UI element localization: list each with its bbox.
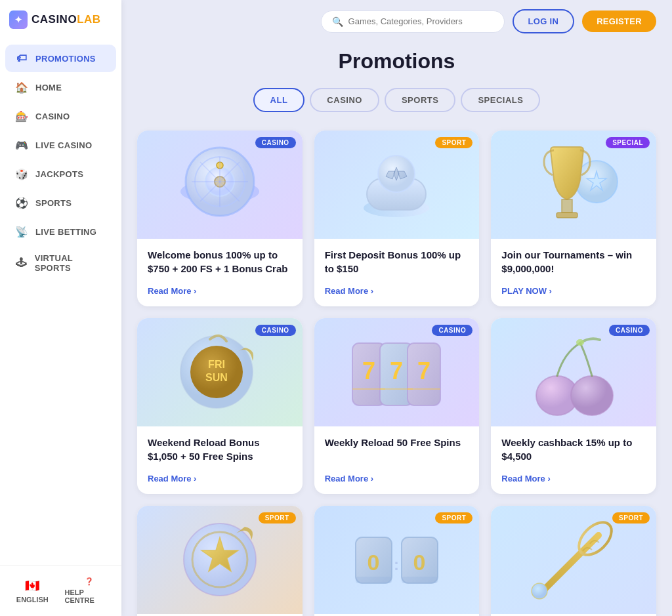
promo-badge-weekly-freespins: CASINO	[432, 325, 472, 336]
promo-title-cashback: Weekly cashback 15% up to $4,500	[501, 436, 646, 463]
promo-cta-weekly-freespins[interactable]: Read More ›	[325, 470, 373, 487]
svg-text:0: 0	[413, 550, 426, 575]
promo-cta-weekend-reload[interactable]: Read More ›	[148, 470, 196, 487]
promo-image-bore-draw: SPORT 0 0 :	[314, 506, 480, 614]
sidebar-bottom: 🇨🇦 ENGLISH ❓ HELP CENTRE	[0, 565, 121, 616]
promo-image-tournaments: SPECIAL	[491, 131, 656, 239]
promo-card-bore-draw: SPORT 0 0 : Bore Draw 100% Refund Read M…	[314, 506, 480, 616]
page-title: Promotions	[137, 49, 656, 73]
filter-tab-specials[interactable]: SPECIALS	[461, 88, 540, 112]
casino-icon: 🎰	[14, 109, 29, 123]
sidebar-item-promotions[interactable]: 🏷 PROMOTIONS	[5, 45, 116, 72]
sidebar-item-home[interactable]: 🏠 HOME	[5, 73, 116, 101]
promo-grid: CASINO Welcome bonus 100% up to $750 + 2…	[137, 131, 656, 616]
promo-title-weekend-reload: Weekend Reload Bonus $1,050 + 50 Free Sp…	[148, 436, 292, 463]
promo-cta-first-deposit[interactable]: Read More ›	[325, 282, 373, 300]
promo-body-weekend-reload: Weekend Reload Bonus $1,050 + 50 Free Sp…	[137, 426, 303, 494]
promo-badge-weekly-reload-sport: SPORT	[259, 512, 296, 524]
virtual-sports-icon: 🕹	[14, 256, 28, 270]
language-label: ENGLISH	[16, 596, 49, 604]
promo-body-weekly-freespins: Weekly Reload 50 Free Spins Read More ›	[314, 426, 480, 494]
filter-tab-all[interactable]: ALL	[253, 88, 305, 112]
promo-cta-welcome[interactable]: Read More ›	[148, 282, 196, 300]
promo-card-weekly-reload-sport: SPORT Weekly Reload Bonus 50% up to $750…	[137, 506, 303, 616]
svg-point-48	[532, 583, 547, 599]
promo-card-cashback-sport: SPORT Cashback Bonus 10% up to $750 Read…	[491, 506, 656, 616]
search-input[interactable]	[348, 16, 494, 26]
svg-line-46	[539, 535, 598, 594]
flag-icon: 🇨🇦	[25, 579, 39, 593]
promo-card-weekly-freespins: CASINO 7 7 7 Weekly Reload 50 Free Spins…	[314, 318, 480, 494]
sidebar-item-live-casino[interactable]: 🎮 LIVE CASINO	[5, 131, 116, 159]
sidebar-item-label: CASINO	[35, 112, 70, 121]
svg-rect-19	[556, 213, 578, 218]
svg-point-34	[571, 376, 613, 415]
sidebar-item-label: HOME	[35, 83, 62, 92]
sidebar-item-casino[interactable]: 🎰 CASINO	[5, 102, 116, 130]
sidebar-item-jackpots[interactable]: 🎲 JACKPOTS	[5, 160, 116, 188]
sidebar-item-virtual-sports[interactable]: 🕹 VIRTUAL SPORTS	[5, 247, 116, 279]
promo-image-weekly-freespins: CASINO 7 7 7	[314, 318, 480, 426]
promo-badge-cashback-sport: SPORT	[612, 512, 650, 524]
sidebar-item-label: SPORTS	[35, 198, 72, 208]
promo-body-welcome: Welcome bonus 100% up to $750 + 200 FS +…	[137, 239, 303, 306]
search-bar[interactable]: 🔍	[321, 10, 505, 33]
jackpots-icon: 🎲	[14, 167, 29, 181]
promo-cta-cashback[interactable]: Read More ›	[501, 470, 550, 487]
filter-tab-sports[interactable]: SPORTS	[385, 88, 455, 112]
sidebar: ✦ CASINOLAB 🏷 PROMOTIONS 🏠 HOME 🎰 CASINO…	[0, 0, 121, 616]
filter-tab-casino[interactable]: CASINO	[310, 88, 379, 112]
svg-text:7: 7	[417, 358, 430, 384]
promo-body-tournaments: Join our Tournaments – win $9,000,000! P…	[491, 239, 656, 306]
main: 🔍 LOG IN REGISTER Promotions ALLCASINOSP…	[121, 0, 672, 616]
svg-point-35	[576, 339, 584, 346]
login-button[interactable]: LOG IN	[513, 9, 575, 33]
sidebar-item-label: LIVE CASINO	[35, 140, 92, 150]
promo-image-welcome: CASINO	[137, 131, 303, 239]
svg-rect-45	[402, 577, 438, 583]
search-icon: 🔍	[332, 16, 343, 27]
filter-tabs: ALLCASINOSPORTSSPECIALS	[137, 88, 656, 112]
svg-rect-18	[562, 199, 572, 213]
promo-title-tournaments: Join our Tournaments – win $9,000,000!	[501, 248, 646, 276]
sports-icon: ⚽	[14, 195, 29, 210]
promo-title-first-deposit: First Deposit Bonus 100% up to $150	[325, 248, 469, 276]
promo-badge-weekend-reload: CASINO	[255, 325, 296, 336]
promo-card-cashback: CASINO Weekly cashback 15% up to $4,500 …	[491, 318, 656, 494]
language-button[interactable]: 🇨🇦 ENGLISH	[5, 572, 60, 609]
promo-body-cashback: Weekly cashback 15% up to $4,500 Read Mo…	[491, 426, 656, 494]
sidebar-item-label: JACKPOTS	[35, 169, 83, 179]
sidebar-item-label: LIVE BETTING	[35, 227, 96, 237]
logo-text: CASINOLAB	[32, 13, 101, 26]
promo-image-weekly-reload-sport: SPORT	[137, 506, 303, 614]
sidebar-item-live-betting[interactable]: 📡 LIVE BETTING	[5, 218, 116, 245]
live-betting-icon: 📡	[14, 224, 29, 239]
promo-card-first-deposit: SPORT First Deposit Bonus 100% up to $15…	[314, 131, 480, 306]
promo-card-weekend-reload: CASINO FRI SUN Weekend Reload Bonus $1,0…	[137, 318, 303, 494]
promo-cta-tournaments[interactable]: PLAY NOW ›	[501, 282, 552, 300]
promo-image-weekend-reload: CASINO FRI SUN	[137, 318, 303, 426]
svg-text:7: 7	[362, 358, 375, 384]
logo-icon: ✦	[9, 10, 28, 29]
logo[interactable]: ✦ CASINOLAB	[0, 0, 121, 39]
svg-rect-44	[356, 577, 392, 583]
promo-badge-tournaments: SPECIAL	[606, 137, 650, 148]
promo-badge-cashback: CASINO	[609, 325, 650, 336]
promo-badge-bore-draw: SPORT	[435, 512, 472, 524]
sidebar-item-sports[interactable]: ⚽ SPORTS	[5, 189, 116, 216]
help-label: HELP CENTRE	[65, 588, 114, 604]
live-casino-icon: 🎮	[14, 138, 29, 152]
promo-image-cashback: CASINO	[491, 318, 656, 426]
promo-body-first-deposit: First Deposit Bonus 100% up to $150 Read…	[314, 239, 480, 306]
promo-card-tournaments: SPECIAL Join our Tournaments – win $9,00…	[491, 131, 656, 306]
svg-text::: :	[394, 556, 399, 573]
promo-image-cashback-sport: SPORT	[491, 506, 656, 614]
promo-badge-first-deposit: SPORT	[435, 137, 472, 148]
header: 🔍 LOG IN REGISTER	[121, 0, 672, 43]
help-button[interactable]: ❓ HELP CENTRE	[62, 572, 117, 609]
sidebar-item-label: VIRTUAL SPORTS	[35, 253, 107, 273]
svg-text:0: 0	[368, 550, 380, 575]
svg-text:SUN: SUN	[205, 372, 228, 383]
promo-title-welcome: Welcome bonus 100% up to $750 + 200 FS +…	[148, 248, 292, 276]
register-button[interactable]: REGISTER	[582, 10, 656, 32]
